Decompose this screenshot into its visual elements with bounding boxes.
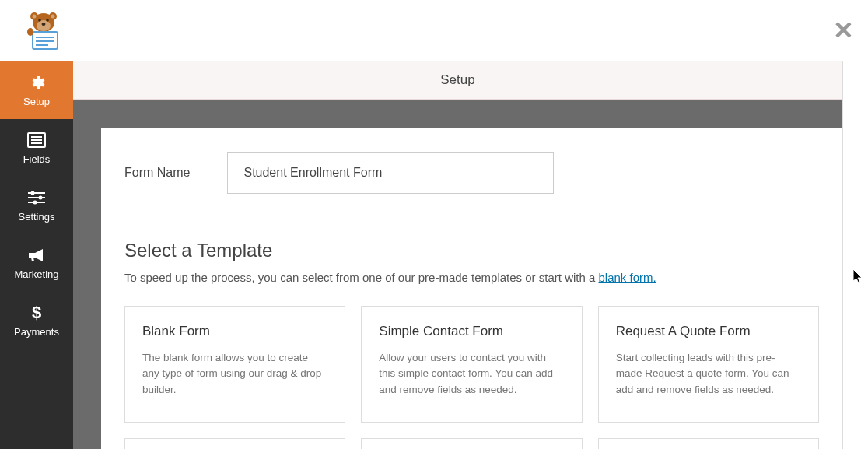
svg-point-8 (42, 23, 46, 26)
gear-icon (28, 74, 45, 91)
sidebar: Setup Fields Settings Marketing $ Paymen… (0, 61, 73, 449)
svg-point-7 (46, 19, 49, 22)
sidebar-item-setup[interactable]: Setup (0, 61, 73, 119)
sidebar-item-settings[interactable]: Settings (0, 177, 73, 234)
sidebar-item-label: Marketing (14, 268, 58, 280)
template-description-text: To speed up the process, you can select … (124, 271, 598, 284)
form-name-label: Form Name (124, 166, 190, 180)
svg-point-23 (33, 200, 37, 204)
svg-point-13 (27, 28, 33, 36)
svg-point-3 (33, 15, 37, 19)
template-card-description: The blank form allows you to create any … (142, 350, 327, 398)
sliders-icon (28, 189, 45, 206)
templates-grid: Blank Form The blank form allows you to … (124, 306, 819, 449)
close-button[interactable]: ✕ (833, 18, 854, 43)
sidebar-item-marketing[interactable]: Marketing (0, 234, 73, 292)
template-card-description: Allow your users to contact you with thi… (379, 350, 564, 398)
setup-content: Form Name Select a Template To speed up … (101, 128, 842, 449)
template-card-placeholder[interactable] (598, 438, 819, 449)
template-section: Select a Template To speed up the proces… (101, 216, 842, 449)
main-area: Setup Form Name Select a Template To spe… (73, 61, 842, 449)
sidebar-item-fields[interactable]: Fields (0, 119, 73, 177)
svg-point-6 (38, 19, 41, 22)
setup-header-label: Setup (440, 72, 474, 88)
sidebar-item-label: Settings (19, 211, 55, 223)
app-logo (22, 9, 65, 52)
right-edge (842, 61, 868, 449)
list-icon (27, 132, 46, 149)
sidebar-item-label: Fields (23, 153, 51, 165)
svg-text:$: $ (32, 304, 41, 321)
template-card-placeholder[interactable] (361, 438, 582, 449)
template-card-simple-contact[interactable]: Simple Contact Form Allow your users to … (361, 306, 582, 423)
svg-point-21 (39, 195, 43, 199)
template-card-title: Blank Form (142, 324, 327, 339)
form-name-input[interactable] (227, 152, 554, 194)
template-card-placeholder[interactable] (124, 438, 345, 449)
blank-form-link[interactable]: blank form. (598, 271, 656, 284)
template-card-title: Simple Contact Form (379, 324, 564, 339)
template-card-request-quote[interactable]: Request A Quote Form Start collecting le… (598, 306, 819, 423)
sidebar-item-payments[interactable]: $ Payments (0, 292, 73, 349)
svg-point-19 (31, 191, 35, 195)
dollar-icon: $ (31, 304, 42, 321)
template-description: To speed up the process, you can select … (124, 271, 819, 284)
template-card-title: Request A Quote Form (616, 324, 801, 339)
template-card-blank-form[interactable]: Blank Form The blank form allows you to … (124, 306, 345, 423)
form-name-section: Form Name (101, 128, 842, 216)
bullhorn-icon (27, 247, 46, 264)
sidebar-item-label: Payments (14, 326, 59, 338)
template-card-description: Start collecting leads with this pre-mad… (616, 350, 801, 398)
sidebar-item-label: Setup (23, 96, 50, 107)
app-header: ✕ (0, 0, 868, 61)
close-icon: ✕ (833, 16, 854, 44)
template-heading: Select a Template (124, 240, 819, 261)
svg-point-4 (51, 15, 55, 19)
setup-header: Setup (73, 61, 842, 100)
